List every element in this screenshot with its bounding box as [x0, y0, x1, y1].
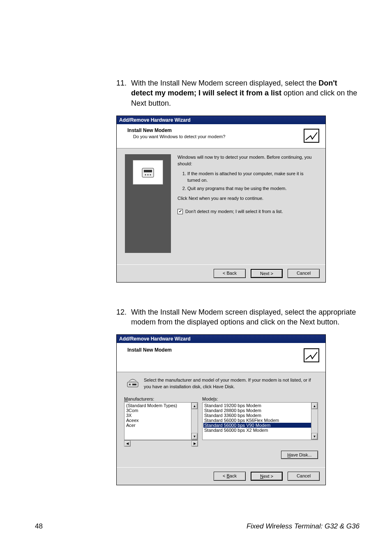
list-item[interactable]: Standard 56000 bps V90 Modem	[203, 423, 317, 428]
scroll-down-icon[interactable]: ▼	[311, 433, 318, 440]
info-row: Select the manufacturer and model of you…	[124, 377, 318, 390]
page-number: 48	[35, 522, 43, 531]
info-text: Select the manufacturer and model of you…	[144, 377, 318, 390]
cancel-button[interactable]: Cancel	[288, 472, 320, 481]
step-text: With the Install New Modem screen displa…	[131, 307, 360, 327]
models-listbox[interactable]: Standard 19200 bps ModemStandard 28800 b…	[202, 402, 318, 440]
phone-icon	[133, 160, 163, 185]
modem-icon	[127, 377, 139, 389]
dialog-body-text: Windows will now try to detect your mode…	[178, 154, 317, 253]
dialog-header: Install New Modem Do you want Windows to…	[117, 124, 325, 148]
list-item[interactable]: 3X	[125, 413, 197, 418]
dont-detect-checkbox-row[interactable]: ✔ Don't detect my modem; I will select i…	[178, 208, 317, 215]
checkbox-label: Don't detect my modem; I will select it …	[185, 208, 283, 215]
wizard-side-graphic	[125, 154, 171, 253]
dialog-header-title: Install New Modem	[127, 347, 172, 353]
list-item[interactable]: (Standard Modem Types)	[125, 403, 197, 408]
list-item[interactable]: Standard 33600 bps Modem	[203, 413, 317, 418]
list-item[interactable]: Aceex	[125, 418, 197, 423]
list-item[interactable]: 3Com	[125, 408, 197, 413]
install-new-modem-dialog-2: Add/Remove Hardware Wizard Install New M…	[116, 334, 326, 485]
back-button[interactable]: < Back	[214, 269, 246, 278]
svg-rect-2	[144, 170, 152, 172]
svg-rect-9	[132, 384, 136, 385]
scrollbar-horizontal[interactable]: ◀ ▶	[124, 440, 198, 447]
svg-point-3	[145, 174, 146, 175]
scroll-left-icon[interactable]: ◀	[124, 440, 131, 447]
wizard-icon	[302, 127, 321, 144]
svg-rect-1	[142, 168, 154, 177]
scroll-up-icon[interactable]: ▲	[311, 403, 318, 409]
manufacturers-label: Manufacturers:	[124, 396, 198, 401]
next-button[interactable]: Next >	[251, 472, 283, 481]
dialog-titlebar: Add/Remove Hardware Wizard	[117, 116, 325, 124]
step-text: With the Install New Modem screen displa…	[131, 78, 360, 108]
dialog-titlebar: Add/Remove Hardware Wizard	[117, 335, 325, 343]
list-item[interactable]: Standard 56000 bps X2 Modem	[203, 428, 317, 433]
svg-point-4	[148, 174, 149, 175]
dialog-header: Install New Modem	[117, 343, 325, 372]
cancel-button[interactable]: Cancel	[288, 269, 320, 278]
manufacturers-listbox[interactable]: (Standard Modem Types)3Com3XAceexAcer ▲ …	[124, 402, 198, 440]
svg-rect-0	[304, 129, 319, 142]
dialog-header-title: Install New Modem	[127, 127, 298, 133]
step-number: 12.	[116, 307, 131, 327]
step-number: 11.	[116, 78, 131, 108]
step-11-instruction: 11. With the Install New Modem screen di…	[116, 78, 360, 108]
svg-rect-6	[304, 349, 319, 362]
scroll-up-icon[interactable]: ▲	[191, 403, 198, 409]
dialog-header-subtitle: Do you want Windows to detect your modem…	[127, 134, 298, 139]
checkbox-icon[interactable]: ✔	[178, 209, 183, 214]
scroll-down-icon[interactable]: ▼	[191, 433, 198, 440]
step-12-instruction: 12. With the Install New Modem screen di…	[116, 307, 360, 327]
page-footer: 48 Fixed Wireless Terminal: G32 & G36	[35, 522, 360, 531]
back-button[interactable]: < Back	[214, 472, 246, 481]
footer-title: Fixed Wireless Terminal: G32 & G36	[247, 522, 360, 531]
list-item[interactable]: Standard 19200 bps Modem	[203, 403, 317, 408]
scroll-right-icon[interactable]: ▶	[191, 440, 198, 447]
dialog-footer: < Back Next > Cancel	[117, 467, 325, 485]
wizard-icon	[302, 347, 321, 364]
list-item[interactable]: Standard 56000 bps K56Flex Modem	[203, 418, 317, 423]
next-button[interactable]: Next >	[251, 269, 283, 278]
models-label: Models:	[202, 396, 318, 401]
list-item[interactable]: Acer	[125, 423, 197, 428]
svg-point-5	[150, 174, 151, 175]
dialog-footer: < Back Next > Cancel	[117, 264, 325, 282]
svg-point-8	[129, 384, 131, 385]
scrollbar-vertical[interactable]: ▲ ▼	[311, 403, 318, 440]
scrollbar-vertical[interactable]: ▲ ▼	[191, 403, 198, 440]
install-new-modem-dialog-1: Add/Remove Hardware Wizard Install New M…	[116, 116, 326, 283]
have-disk-button[interactable]: Have Disk...	[281, 451, 318, 459]
list-item[interactable]: Standard 28800 bps Modem	[203, 408, 317, 413]
